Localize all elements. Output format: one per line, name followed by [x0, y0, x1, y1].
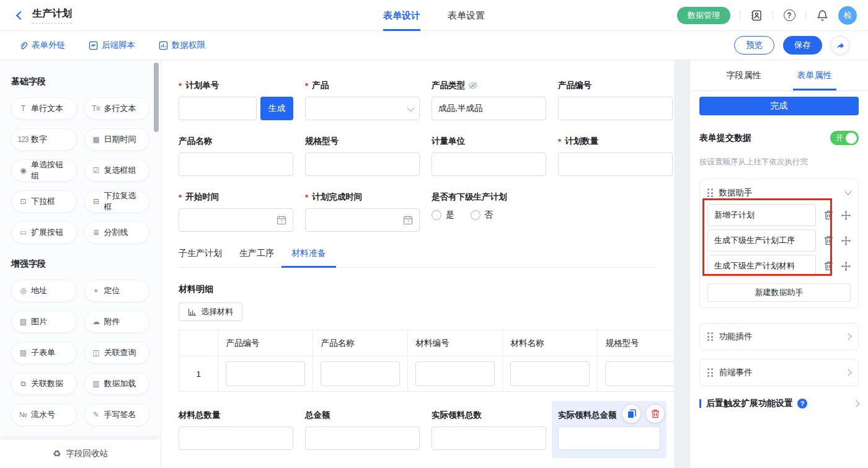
radio-option-yes[interactable]: 是: [432, 210, 454, 221]
avatar[interactable]: 检: [838, 6, 857, 25]
field-actual-pick-amount-selected[interactable]: 实际领料总金额: [552, 401, 666, 458]
total-amount-input[interactable]: [305, 426, 420, 450]
product-select[interactable]: [305, 97, 420, 120]
post-trigger-settings-link[interactable]: 后置触发扩展功能设置 ?: [699, 398, 859, 409]
chevron-right-icon[interactable]: [844, 333, 851, 340]
field-pill-location[interactable]: ⌖定位: [84, 280, 150, 302]
field-unit[interactable]: 计量单位: [432, 136, 546, 176]
delete-assistant-icon[interactable]: [824, 261, 833, 271]
sidebar-scrollbar-thumb[interactable]: [154, 63, 159, 132]
chevron-right-icon[interactable]: [852, 400, 859, 407]
move-assistant-icon[interactable]: [841, 211, 851, 220]
cell-input[interactable]: [415, 361, 495, 386]
field-pill-divider-line[interactable]: ≣分割线: [84, 221, 150, 244]
field-plan-number[interactable]: *计划单号 生成: [179, 81, 293, 120]
field-pill-single-line-text[interactable]: T单行文本: [11, 97, 77, 120]
copy-field-button[interactable]: [622, 405, 640, 423]
field-pill-multi-line-text[interactable]: T≡多行文本: [84, 97, 150, 120]
cell-input[interactable]: [605, 361, 674, 386]
new-data-assistant-button[interactable]: 新建数据助手: [707, 283, 851, 302]
field-recycle-bin[interactable]: ♻ 字段回收站: [0, 439, 161, 468]
field-pill-attachment[interactable]: ☁附件: [84, 311, 150, 333]
chevron-right-icon[interactable]: [844, 369, 851, 376]
tab-field-properties[interactable]: 字段属性: [727, 60, 761, 91]
tab-sub-production-plan[interactable]: 子生产计划: [179, 248, 222, 267]
field-pill-datetime[interactable]: ▦日期时间: [84, 128, 150, 151]
plan-number-input[interactable]: [179, 97, 257, 120]
tab-production-process[interactable]: 生产工序: [239, 248, 274, 267]
assistant-item-input[interactable]: 生成下级生产计划材料: [707, 255, 816, 277]
field-plan-quantity[interactable]: *计划数量: [558, 136, 673, 176]
save-button[interactable]: 保存: [783, 36, 822, 55]
field-pill-address[interactable]: ◎地址: [11, 280, 77, 302]
tab-form-design[interactable]: 表单设计: [383, 0, 420, 31]
product-name-input[interactable]: [179, 152, 293, 176]
field-total-amount[interactable]: 总金额: [305, 410, 420, 450]
field-plan-finish-time[interactable]: *计划完成时间 7: [305, 192, 420, 232]
field-pill-checkbox-group[interactable]: ☑复选框组: [84, 159, 150, 182]
field-pill-dropdown[interactable]: ⊡下拉框: [11, 190, 77, 213]
cell-input[interactable]: [321, 361, 400, 386]
form-external-link[interactable]: 表单外链: [19, 40, 65, 51]
field-spec-model[interactable]: 规格型号: [305, 136, 420, 176]
tab-material-preparation[interactable]: 材料准备: [291, 248, 326, 267]
assistant-item-input[interactable]: 生成下级生产计划工序: [707, 229, 816, 252]
share-button[interactable]: [831, 36, 849, 55]
field-product[interactable]: *产品: [305, 81, 420, 120]
chevron-down-icon[interactable]: [844, 188, 851, 195]
bell-icon[interactable]: [815, 9, 829, 22]
tab-form-properties[interactable]: 表单属性: [797, 60, 832, 91]
delete-assistant-icon[interactable]: [824, 210, 833, 220]
field-material-total-qty[interactable]: 材料总数量: [179, 410, 293, 450]
field-pill-relation-query[interactable]: ◫关联查询: [84, 342, 150, 364]
spec-model-input[interactable]: [305, 152, 420, 176]
delete-assistant-icon[interactable]: [824, 236, 833, 245]
field-pill-serial-number[interactable]: №流水号: [11, 404, 77, 426]
actual-pick-amount-input[interactable]: [558, 426, 660, 450]
data-permission-link[interactable]: 数据权限: [159, 40, 205, 51]
generate-button[interactable]: 生成: [260, 97, 293, 120]
field-start-time[interactable]: *开始时间 7: [179, 192, 293, 232]
field-has-sub-plan[interactable]: 是否有下级生产计划 是 否: [432, 192, 568, 232]
field-pill-relation-data[interactable]: ⧉关联数据: [11, 373, 77, 395]
cell-input[interactable]: [226, 361, 305, 386]
move-assistant-icon[interactable]: [841, 262, 851, 271]
field-pill-extend-button[interactable]: ▭扩展按钮: [11, 221, 77, 244]
drag-handle-icon[interactable]: [707, 332, 713, 341]
address-book-icon[interactable]: [750, 9, 763, 22]
field-pill-multi-dropdown[interactable]: ⊟下拉复选框: [84, 190, 150, 213]
plan-finish-time-input[interactable]: 7: [305, 208, 420, 232]
done-button[interactable]: 完成: [699, 97, 859, 115]
product-type-input[interactable]: 成品,半成品: [432, 97, 546, 120]
material-total-qty-input[interactable]: [179, 426, 293, 450]
page-title[interactable]: 生产计划: [32, 7, 72, 24]
data-manage-button[interactable]: 数据管理: [677, 7, 730, 24]
assistant-item-input[interactable]: 新增子计划: [707, 204, 816, 226]
select-material-button[interactable]: 选择材料: [179, 302, 242, 321]
help-filled-icon[interactable]: ?: [797, 399, 807, 408]
field-pill-signature[interactable]: ✎手写签名: [84, 404, 150, 426]
field-pill-radio-group[interactable]: ◉单选按钮组: [11, 159, 77, 182]
cell-input[interactable]: [510, 361, 590, 386]
backend-script-link[interactable]: 后端脚本: [89, 40, 135, 51]
delete-field-button[interactable]: [646, 405, 664, 423]
move-assistant-icon[interactable]: [841, 236, 851, 245]
tab-form-settings[interactable]: 表单设置: [448, 0, 485, 31]
actual-pick-total-input[interactable]: [432, 426, 546, 450]
field-pill-number[interactable]: 123数字: [11, 128, 77, 151]
unit-input[interactable]: [432, 152, 546, 176]
preview-button[interactable]: 预览: [734, 36, 774, 55]
drag-handle-icon[interactable]: [707, 368, 713, 377]
field-actual-pick-total[interactable]: 实际领料总数: [432, 410, 546, 450]
plugin-section-card[interactable]: 功能插件: [699, 323, 859, 350]
product-code-input[interactable]: [558, 97, 673, 120]
back-icon[interactable]: [11, 7, 27, 24]
field-product-name[interactable]: 产品名称: [179, 136, 293, 176]
drag-handle-icon[interactable]: [707, 188, 713, 197]
field-product-type[interactable]: 产品类型 成品,半成品: [432, 81, 546, 120]
field-pill-subform[interactable]: ▤子表单: [11, 342, 77, 364]
submit-toggle[interactable]: 开: [830, 131, 859, 145]
help-icon[interactable]: ?: [782, 9, 796, 22]
field-pill-data-load[interactable]: ▥数据加载: [84, 373, 150, 395]
plan-quantity-input[interactable]: [558, 152, 673, 176]
